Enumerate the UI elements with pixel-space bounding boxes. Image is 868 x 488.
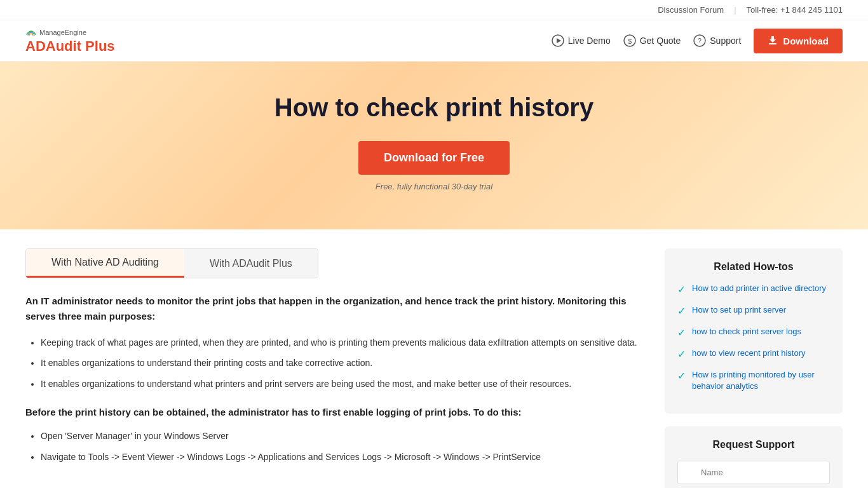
related-link-2[interactable]: How to set up print server: [692, 304, 786, 316]
related-link-4[interactable]: how to view recent print history: [692, 348, 805, 359]
svg-text:?: ?: [698, 37, 702, 44]
logo[interactable]: ManageEngine ADAudit Plus: [25, 27, 115, 55]
nav-right: Live Demo $ Get Quote ? Support Download: [552, 29, 843, 53]
bullet-list: Keeping track of what pages are printed,…: [25, 336, 646, 391]
svg-marker-1: [557, 38, 561, 43]
step-item: Open 'Server Manager' in your Windows Se…: [41, 429, 646, 443]
related-link-5[interactable]: How is printing monitored by user behavi…: [692, 369, 830, 392]
content-left: With Native AD Auditing With ADAudit Plu…: [25, 248, 646, 488]
headset-icon: ?: [693, 34, 706, 47]
tab-native-ad[interactable]: With Native AD Auditing: [26, 249, 184, 278]
top-bar: Discussion Forum | Toll-free: +1 844 245…: [0, 0, 868, 20]
check-icon-5: ✓: [677, 370, 686, 382]
play-icon: [552, 34, 564, 47]
support-title: Request Support: [677, 439, 830, 451]
related-item-2[interactable]: ✓ How to set up print server: [677, 304, 830, 317]
download-button[interactable]: Download: [754, 29, 843, 53]
name-input-wrapper: [677, 461, 830, 484]
hero-subtext: Free, fully functional 30-day trial: [376, 182, 492, 191]
page-title: How to check print history: [13, 93, 855, 122]
hero-section: How to check print history Download for …: [0, 62, 868, 229]
sidebar: Related How-tos ✓ How to add printer in …: [665, 248, 843, 488]
toll-free: Toll-free: +1 844 245 1101: [747, 5, 843, 15]
check-icon-4: ✓: [677, 348, 686, 360]
tab-adaudit-plus[interactable]: With ADAudit Plus: [184, 249, 318, 278]
support-card: Request Support: [665, 426, 843, 488]
main-content: With Native AD Auditing With ADAudit Plu…: [0, 229, 868, 488]
support-link[interactable]: ? Support: [693, 34, 741, 47]
check-icon-3: ✓: [677, 327, 686, 339]
discussion-forum-link[interactable]: Discussion Forum: [658, 5, 724, 15]
related-item-1[interactable]: ✓ How to add printer in active directory: [677, 283, 830, 295]
svg-rect-6: [769, 43, 776, 44]
name-input[interactable]: [677, 461, 830, 484]
divider: |: [734, 5, 736, 15]
related-link-1[interactable]: How to add printer in active directory: [692, 283, 826, 294]
list-item: Keeping track of what pages are printed,…: [41, 336, 646, 349]
related-item-5[interactable]: ✓ How is printing monitored by user beha…: [677, 369, 830, 392]
get-quote-link[interactable]: $ Get Quote: [623, 34, 681, 47]
content-body: An IT administrator needs to monitor the…: [25, 294, 646, 464]
logo-adaudit: ADAudit: [25, 38, 85, 54]
live-demo-link[interactable]: Live Demo: [552, 34, 611, 47]
list-item: It enables organizations to understand t…: [41, 356, 646, 370]
related-howtos-title: Related How-tos: [677, 261, 830, 273]
logo-plus: Plus: [85, 38, 114, 54]
steps-list: Open 'Server Manager' in your Windows Se…: [25, 429, 646, 464]
logo-manage-engine: ManageEngine: [25, 27, 115, 38]
check-icon-1: ✓: [677, 283, 686, 295]
related-link-3[interactable]: how to check print server logs: [692, 326, 801, 337]
intro-text: An IT administrator needs to monitor the…: [25, 294, 646, 324]
related-item-3[interactable]: ✓ how to check print server logs: [677, 326, 830, 339]
logo-title: ADAudit Plus: [25, 38, 115, 55]
tabs: With Native AD Auditing With ADAudit Plu…: [25, 248, 318, 278]
dollar-icon: $: [623, 34, 636, 47]
header: ManageEngine ADAudit Plus Live Demo $ Ge…: [0, 20, 868, 62]
related-item-4[interactable]: ✓ how to view recent print history: [677, 348, 830, 360]
download-free-button[interactable]: Download for Free: [358, 141, 510, 175]
download-icon: [768, 35, 778, 47]
manage-engine-icon: [25, 27, 37, 38]
list-item: It enables organizations to understand w…: [41, 377, 646, 391]
check-icon-2: ✓: [677, 305, 686, 317]
related-howtos-card: Related How-tos ✓ How to add printer in …: [665, 248, 843, 414]
svg-text:$: $: [628, 37, 632, 45]
step-item: Navigate to Tools -> Event Viewer -> Win…: [41, 450, 646, 464]
bold-section: Before the print history can be obtained…: [25, 405, 646, 420]
